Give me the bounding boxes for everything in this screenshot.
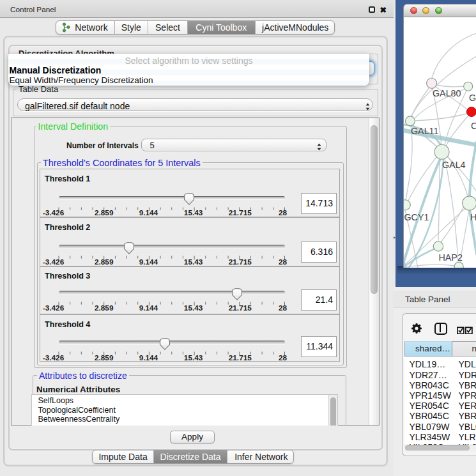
svg-text:GAL80: GAL80 (433, 88, 461, 98)
svg-text:C: C (471, 121, 476, 131)
svg-text:GAL4: GAL4 (442, 160, 466, 170)
svg-text:GAL11: GAL11 (411, 126, 438, 136)
svg-text:HAP2: HAP2 (439, 252, 463, 263)
svg-text:HI: HI (470, 212, 476, 222)
svg-text:GCY1: GCY1 (404, 212, 429, 222)
svg-text:GA: GA (469, 93, 476, 103)
